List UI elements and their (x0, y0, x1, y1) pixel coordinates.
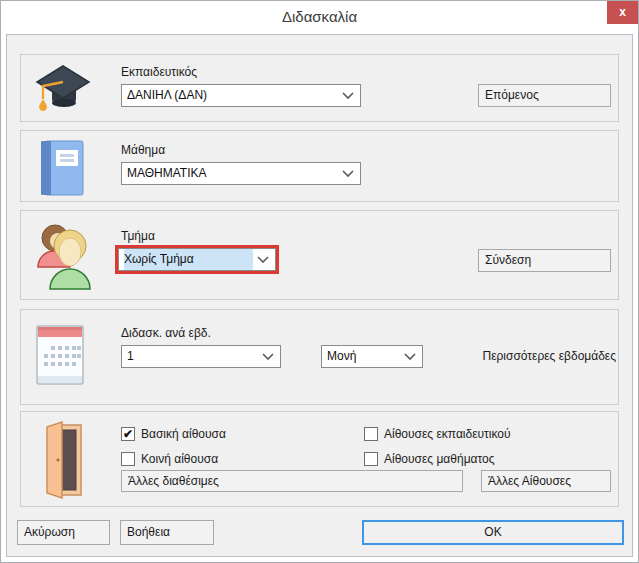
cancel-button[interactable]: Ακύρωση (17, 520, 110, 545)
subject-combobox[interactable]: ΜΑΘΗΜΑΤΙΚΑ (121, 162, 361, 185)
chevron-down-icon (404, 353, 416, 361)
help-button[interactable]: Βοήθεια (120, 520, 214, 545)
lessons-per-week-label: Διδασκ. ανά εβδ. (121, 326, 211, 340)
lessons-count-combobox[interactable]: 1 (121, 345, 281, 368)
checkbox-box (364, 452, 378, 466)
chevron-down-icon (257, 256, 269, 264)
checkbox-box (121, 452, 135, 466)
book-icon (37, 139, 85, 201)
other-available-button[interactable]: Άλλες διαθέσιμες (121, 470, 463, 492)
close-button[interactable]: x (607, 1, 638, 24)
rooms-section: ✔ Βασική αίθουσα Κοινή αίθουσα Αίθουσες … (20, 411, 619, 507)
next-button[interactable]: Επόμενος (478, 84, 611, 107)
chevron-down-icon (262, 353, 274, 361)
teacher-combobox[interactable]: ΔΑΝΙΗΛ (ΔΑΝ) (121, 84, 361, 107)
checkbox-label: Βασική αίθουσα (141, 427, 226, 441)
door-icon (41, 420, 83, 504)
ok-button[interactable]: OK (362, 520, 624, 545)
class-combobox-value: Χωρίς Τμήμα (124, 249, 253, 270)
class-combobox[interactable]: Χωρίς Τμήμα (118, 248, 276, 271)
basic-room-checkbox[interactable]: ✔ Βασική αίθουσα (121, 427, 291, 442)
checkbox-box (364, 427, 378, 441)
subject-rooms-checkbox[interactable]: Αίθουσες μαθήματος (364, 452, 564, 467)
checkbox-label: Κοινή αίθουσα (141, 452, 218, 466)
close-icon: x (619, 5, 626, 19)
graduation-cap-icon (33, 61, 91, 121)
subject-section: Μάθημα ΜΑΘΗΜΑΤΙΚΑ (20, 130, 619, 202)
class-combobox-highlight: Χωρίς Τμήμα (115, 245, 279, 274)
checkbox-label: Αίθουσες εκπαιδευτικού (384, 427, 511, 441)
titlebar[interactable]: Διδασκαλία x (1, 1, 638, 34)
class-section: Τμήμα Χωρίς Τμήμα Σύνδεση (20, 210, 619, 300)
subject-label: Μάθημα (121, 143, 165, 157)
lessons-count-value: 1 (127, 346, 258, 367)
calendar-icon (35, 324, 85, 390)
dialog-body: Εκπαιδευτικός ΔΑΝΙΗΛ (ΔΑΝ) Επόμενος (6, 34, 633, 557)
checkbox-box: ✔ (121, 427, 135, 441)
subject-combobox-value: ΜΑΘΗΜΑΤΙΚΑ (127, 163, 338, 184)
chevron-down-icon (342, 92, 354, 100)
teacher-section: Εκπαιδευτικός ΔΑΝΙΗΛ (ΔΑΝ) Επόμενος (20, 54, 619, 122)
teaching-dialog: Διδασκαλία x Εκπαιδευτικός ΔΑΝΙΗΛ (ΔΑΝ) (0, 0, 639, 563)
more-weeks-link[interactable]: Περισσότερες εβδομάδες (416, 349, 616, 363)
shared-room-checkbox[interactable]: Κοινή αίθουσα (121, 452, 291, 467)
week-parity-combobox[interactable]: Μονή (321, 345, 423, 368)
chevron-down-icon (342, 170, 354, 178)
checkbox-label: Αίθουσες μαθήματος (384, 452, 495, 466)
class-label: Τμήμα (121, 229, 155, 243)
teacher-rooms-checkbox[interactable]: Αίθουσες εκπαιδευτικού (364, 427, 564, 442)
teacher-label: Εκπαιδευτικός (121, 65, 197, 79)
lessons-section: Διδασκ. ανά εβδ. 1 Μονή Περισσότερες εβδ… (20, 309, 619, 405)
other-rooms-button[interactable]: Άλλες Αίθουσες (481, 470, 611, 492)
students-icon (33, 221, 95, 299)
connection-button[interactable]: Σύνδεση (478, 249, 611, 272)
dialog-title: Διδασκαλία (1, 8, 638, 25)
teacher-combobox-value: ΔΑΝΙΗΛ (ΔΑΝ) (127, 85, 338, 106)
week-parity-value: Μονή (327, 346, 400, 367)
